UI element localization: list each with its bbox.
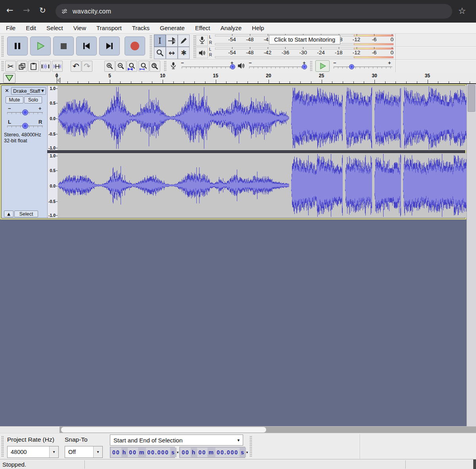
menu-item-tracks[interactable]: Tracks	[127, 25, 155, 31]
pencil-icon	[180, 37, 188, 45]
track-select-button[interactable]: Select	[14, 211, 38, 217]
undo-icon: ↶	[73, 62, 79, 70]
record-meter-mic-button[interactable]	[196, 35, 208, 46]
track-title-dropdown[interactable]: Drake_Staff ▼	[11, 87, 46, 95]
project-rate-combo[interactable]: 48000 ▾	[7, 446, 59, 458]
transport-toolbar-grip[interactable]	[1, 36, 4, 57]
fit-project-button[interactable]	[138, 61, 149, 72]
tools-toolbar-grip[interactable]	[150, 35, 152, 59]
zoom-tool-button[interactable]	[154, 47, 166, 59]
browser-bar: ← → ↻ wavacity.com ☆	[0, 0, 476, 23]
browser-reload-icon[interactable]: ↻	[39, 6, 46, 14]
menu-item-transport[interactable]: Transport	[91, 25, 127, 31]
fit-selection-icon	[128, 62, 136, 71]
meter-toolbar-grip[interactable]	[193, 35, 196, 59]
url-bar[interactable]: wavacity.com	[56, 4, 452, 19]
playback-volume-thumb[interactable]	[302, 64, 307, 69]
zoom-toggle-button[interactable]	[150, 61, 160, 72]
mute-button[interactable]: Mute	[6, 96, 23, 103]
envelope-tool-button[interactable]	[166, 34, 178, 47]
stop-icon	[61, 43, 67, 49]
play-at-speed-grip[interactable]	[310, 61, 312, 72]
waveform-channel-left[interactable]	[58, 86, 467, 150]
selection-mode-dropdown[interactable]: Start and End of Selection ▾	[110, 435, 243, 446]
timeline-ruler[interactable]: 05101520253035	[0, 72, 476, 84]
selection-toolbar-grip[interactable]	[1, 436, 4, 457]
snap-to-combo[interactable]: Off ▾	[65, 446, 103, 458]
recording-meter[interactable]: Click to Start Monitoring -54-48-42-36-3…	[214, 34, 395, 46]
track-close-icon[interactable]: ✕	[5, 88, 9, 93]
paste-button[interactable]	[28, 61, 39, 72]
waveform-channel-right[interactable]	[58, 153, 467, 218]
selection-start-field[interactable]: 00h00m00.000s▾	[110, 447, 175, 458]
fit-selection-button[interactable]	[127, 61, 137, 72]
cut-button[interactable]: ✂	[5, 61, 16, 72]
track-canvas-background[interactable]	[0, 220, 466, 426]
solo-button[interactable]: Solo	[24, 96, 42, 103]
stop-button[interactable]	[53, 36, 74, 56]
silence-audio-button[interactable]	[52, 61, 63, 72]
vertical-scrollbar-thumb[interactable]	[468, 85, 475, 112]
multi-tool-button[interactable]: ✱	[178, 47, 190, 59]
track-collapse-button[interactable]: ▲	[4, 211, 13, 217]
channel-divider	[47, 150, 465, 153]
pan-thumb[interactable]	[22, 123, 28, 129]
menu-item-help[interactable]: Help	[247, 25, 269, 31]
recording-volume-thumb[interactable]	[230, 64, 235, 69]
menu-bar: FileEditSelectViewTransportTracksGenerat…	[0, 23, 476, 34]
horizontal-scrollbar-thumb[interactable]	[61, 427, 266, 433]
time-toolbar-grip[interactable]	[250, 436, 252, 457]
gain-thumb[interactable]	[22, 109, 28, 115]
selection-end-field[interactable]: 00h00m00.000s▾	[179, 447, 245, 458]
play-meter-l-label: L	[209, 47, 211, 52]
play-meter-speaker-button[interactable]	[196, 47, 208, 58]
vertical-scrollbar[interactable]	[466, 84, 476, 426]
menu-item-effect[interactable]: Effect	[190, 25, 215, 31]
snap-to-caret-icon: ▾	[97, 450, 99, 454]
skip-to-start-button[interactable]	[76, 36, 97, 56]
gain-min-label: −	[8, 105, 11, 111]
copy-icon	[18, 63, 26, 70]
redo-button[interactable]: ↷	[82, 61, 92, 72]
record-button[interactable]	[125, 36, 145, 56]
status-text: Stopped.	[2, 461, 26, 468]
menu-item-view[interactable]: View	[68, 25, 91, 31]
play-volume-min: −	[249, 60, 252, 66]
menu-item-select[interactable]: Select	[41, 25, 68, 31]
draw-tool-button[interactable]	[178, 34, 190, 47]
status-bar: Stopped.	[0, 459, 476, 469]
browser-forward-icon[interactable]: →	[23, 6, 30, 15]
play-button[interactable]	[30, 36, 51, 56]
track-format-info: Stereo, 48000Hz 32-bit float	[4, 132, 41, 144]
selection-mode-caret-icon: ▾	[237, 438, 240, 442]
zoom-out-button[interactable]	[115, 61, 126, 72]
mixer-toolbar-grip[interactable]	[164, 61, 166, 72]
play-speed-thumb[interactable]	[349, 64, 354, 69]
monitoring-tooltip[interactable]: Click to Start Monitoring	[269, 35, 340, 44]
pause-button[interactable]	[7, 36, 28, 56]
url-text[interactable]: wavacity.com	[73, 8, 111, 15]
menu-item-file[interactable]: File	[1, 25, 21, 31]
play-at-speed-button[interactable]	[315, 60, 330, 72]
zoom-in-button[interactable]	[104, 61, 115, 72]
track-control-panel[interactable]: ✕ Drake_Staff ▼ Mute Solo − + L R Stereo…	[2, 86, 47, 218]
menu-item-generate[interactable]: Generate	[155, 25, 190, 31]
menu-item-edit[interactable]: Edit	[21, 25, 41, 31]
playback-meter[interactable]: -54-48-42-36-30-24-18-12-60	[214, 47, 395, 59]
undo-button[interactable]: ↶	[71, 61, 81, 72]
selection-tool-button[interactable]: I	[154, 34, 166, 47]
recording-volume-icon	[171, 62, 176, 70]
horizontal-scrollbar[interactable]	[0, 426, 476, 433]
play-region-marker	[57, 77, 61, 83]
browser-back-icon[interactable]: ←	[6, 6, 13, 15]
menu-item-analyze[interactable]: Analyze	[215, 25, 247, 31]
window-edge	[473, 459, 476, 469]
play-meter-r-label: R	[209, 52, 212, 57]
bookmark-star-icon[interactable]: ☆	[458, 7, 466, 15]
copy-button[interactable]	[17, 61, 27, 72]
skip-to-end-button[interactable]	[99, 36, 120, 56]
trim-audio-button[interactable]	[40, 61, 51, 72]
time-shift-tool-button[interactable]: ↔	[166, 47, 178, 59]
scissors-icon: ✂	[8, 63, 14, 70]
site-settings-icon[interactable]	[61, 8, 68, 15]
